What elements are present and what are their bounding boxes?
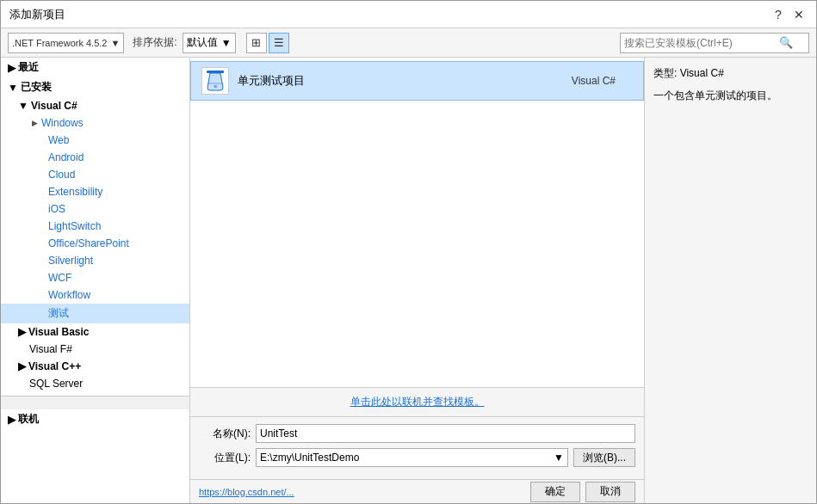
location-arrow: ▼	[554, 452, 564, 464]
sql-label: SQL Server	[29, 378, 83, 390]
sidebar-item-recently[interactable]: ▶ 最近	[1, 58, 189, 77]
list-view-button[interactable]: ☰	[269, 33, 289, 53]
windows-arrow: ▶	[30, 119, 39, 127]
info-panel: 类型: Visual C# 一个包含单元测试的项目。	[644, 58, 816, 503]
sidebar-item-windows[interactable]: ▶ Windows	[1, 114, 189, 132]
grid-view-button[interactable]: ⊞	[246, 33, 267, 53]
framework-select[interactable]: .NET Framework 4.5.2 ▼	[8, 33, 124, 53]
center-panel: ≡ 单元测试项目 Visual C# 单击此处以联机并查找模板。 名称(N):	[190, 58, 644, 503]
cloud-label: Cloud	[48, 169, 75, 181]
recently-arrow: ▶	[8, 62, 15, 74]
sidebar-item-office-sharepoint[interactable]: Office/SharePoint	[1, 235, 189, 252]
browse-button[interactable]: 浏览(B)...	[573, 448, 635, 467]
wcf-label: WCF	[48, 272, 71, 284]
sidebar-item-lightswitch[interactable]: LightSwitch	[1, 218, 189, 235]
sidebar-item-silverlight[interactable]: Silverlight	[1, 252, 189, 269]
sidebar-item-visual-cpp[interactable]: ▶ Visual C++	[1, 358, 189, 375]
machine-arrow: ▶	[8, 414, 15, 426]
location-label: 位置(L):	[199, 451, 251, 465]
lightswitch-label: LightSwitch	[48, 220, 101, 232]
visual-cpp-arrow: ▶	[18, 360, 26, 372]
framework-label: .NET Framework 4.5.2	[12, 38, 107, 48]
sort-label: 排序依据:	[133, 35, 176, 50]
installed-arrow: ▼	[8, 82, 18, 94]
search-box[interactable]: 🔍	[620, 33, 809, 53]
template-lang: Visual C#	[572, 75, 616, 87]
sidebar-item-installed[interactable]: ▼ 已安装	[1, 77, 189, 97]
test-label: 测试	[48, 306, 69, 321]
status-link[interactable]: https://blog.csdn.net/...	[199, 487, 294, 497]
machine-label: 联机	[18, 412, 39, 427]
visual-cpp-label: Visual C++	[28, 360, 81, 372]
location-select[interactable]: E:\zmy\UnitTestDemo ▼	[256, 448, 568, 467]
add-new-project-dialog: 添加新项目 ? ✕ .NET Framework 4.5.2 ▼ 排序依据: 默…	[0, 0, 817, 504]
visual-basic-label: Visual Basic	[28, 326, 90, 338]
sort-arrow: ▼	[221, 37, 232, 49]
info-type: 类型: Visual C#	[653, 66, 808, 81]
bottom-status: https://blog.csdn.net/... 确定 取消	[190, 479, 644, 503]
windows-label: Windows	[41, 117, 84, 129]
sidebar-item-workflow[interactable]: Workflow	[1, 286, 189, 304]
sidebar-item-visual-basic[interactable]: ▶ Visual Basic	[1, 323, 189, 341]
sort-select[interactable]: 默认值 ▼	[183, 33, 236, 53]
cancel-button[interactable]: 取消	[585, 482, 635, 502]
svg-text:≡: ≡	[214, 83, 217, 89]
template-item[interactable]: ≡ 单元测试项目 Visual C#	[190, 61, 644, 101]
search-icon[interactable]: 🔍	[779, 36, 793, 49]
extensibility-label: Extensibility	[48, 186, 102, 198]
sidebar-item-machine[interactable]: ▶ 联机	[1, 409, 189, 429]
help-button[interactable]: ?	[770, 6, 787, 23]
toolbar: .NET Framework 4.5.2 ▼ 排序依据: 默认值 ▼ ⊞ ☰ 🔍	[1, 28, 816, 58]
location-row: 位置(L): E:\zmy\UnitTestDemo ▼ 浏览(B)...	[199, 448, 635, 467]
sort-value: 默认值	[187, 35, 218, 50]
title-controls: ? ✕	[770, 6, 808, 23]
ok-button[interactable]: 确定	[530, 482, 580, 502]
info-description: 一个包含单元测试的项目。	[653, 88, 808, 103]
workflow-label: Workflow	[48, 289, 90, 301]
installed-label: 已安装	[21, 80, 52, 95]
sidebar-item-visual-csharp[interactable]: ▼ Visual C#	[1, 97, 189, 114]
tree-panel: ▶ 最近 ▼ 已安装 ▼ Visual C# ▶ Windows Web	[1, 58, 190, 503]
sidebar-item-wcf[interactable]: WCF	[1, 269, 189, 286]
name-row: 名称(N):	[199, 424, 635, 443]
sidebar-item-extensibility[interactable]: Extensibility	[1, 183, 189, 200]
sidebar-item-cloud[interactable]: Cloud	[1, 166, 189, 183]
web-label: Web	[48, 134, 69, 146]
template-list: ≡ 单元测试项目 Visual C#	[190, 58, 644, 387]
title-bar: 添加新项目 ? ✕	[1, 1, 816, 28]
find-online-link[interactable]: 单击此处以联机并查找模板。	[350, 396, 485, 408]
location-value: E:\zmy\UnitTestDemo	[260, 452, 359, 464]
main-content: ▶ 最近 ▼ 已安装 ▼ Visual C# ▶ Windows Web	[1, 58, 816, 503]
find-online-bar: 单击此处以联机并查找模板。	[190, 387, 644, 416]
sidebar-item-sql-server[interactable]: SQL Server	[1, 375, 189, 392]
view-icons: ⊞ ☰	[246, 33, 289, 53]
silverlight-label: Silverlight	[48, 255, 93, 267]
sidebar-item-web[interactable]: Web	[1, 132, 189, 149]
sidebar-item-ios[interactable]: iOS	[1, 200, 189, 218]
template-name: 单元测试项目	[238, 73, 563, 89]
bottom-form: 名称(N): 位置(L): E:\zmy\UnitTestDemo ▼ 浏览(B…	[190, 416, 644, 479]
dialog-title: 添加新项目	[9, 7, 65, 22]
ios-label: iOS	[48, 203, 65, 215]
android-label: Android	[48, 151, 84, 163]
framework-arrow: ▼	[110, 38, 120, 48]
sidebar-item-android[interactable]: Android	[1, 149, 189, 166]
template-icon: ≡	[201, 67, 229, 95]
name-input[interactable]	[256, 424, 635, 443]
search-input[interactable]	[624, 37, 779, 49]
visual-basic-arrow: ▶	[18, 326, 26, 338]
visual-csharp-arrow: ▼	[18, 100, 28, 112]
visual-fsharp-label: Visual F#	[29, 343, 72, 355]
action-buttons: 确定 取消	[530, 482, 635, 502]
sidebar-item-visual-fsharp[interactable]: Visual F#	[1, 341, 189, 358]
name-label: 名称(N):	[199, 427, 251, 441]
visual-csharp-label: Visual C#	[31, 100, 77, 112]
recently-label: 最近	[18, 60, 39, 75]
sidebar-item-test[interactable]: 测试	[1, 304, 189, 323]
office-label: Office/SharePoint	[48, 237, 129, 249]
close-button[interactable]: ✕	[790, 6, 808, 23]
